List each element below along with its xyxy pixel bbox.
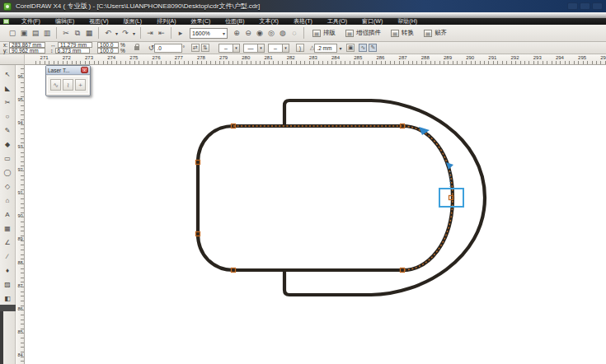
- menu-item[interactable]: 帮助(H): [390, 18, 425, 25]
- scale-y-field[interactable]: 100.0: [97, 48, 119, 54]
- reduce-nodes-toggle[interactable]: ∿: [359, 44, 367, 52]
- object-width-field[interactable]: 11.279 mm: [58, 42, 92, 48]
- elastic-mode-toggle[interactable]: ✎: [369, 44, 377, 52]
- application-launcher-icon[interactable]: ▸: [175, 27, 186, 39]
- dimension-tool[interactable]: ∠: [2, 236, 14, 250]
- basic-shapes-tool[interactable]: ⌂: [2, 194, 14, 208]
- freehand-tool[interactable]: ✎: [2, 124, 14, 138]
- ruler-number: 85: [16, 320, 25, 343]
- menu-item[interactable]: 表格(T): [286, 18, 320, 25]
- menu-bar: 文件(F)编辑(E)视图(V)版面(L)排列(A)效果(C)位图(B)文本(X)…: [0, 18, 606, 25]
- ruler-number: 95: [16, 88, 25, 111]
- mirror-horizontal-button[interactable]: ⇄: [191, 44, 200, 52]
- laser-add-tool[interactable]: +: [75, 79, 86, 91]
- toolbar-separator: [98, 27, 99, 39]
- object-height-field[interactable]: 6.373 mm: [55, 48, 90, 54]
- redo-dropdown-icon[interactable]: ▾: [131, 30, 137, 36]
- outline-pen-tool[interactable]: ♦: [2, 264, 14, 278]
- text-tool[interactable]: A: [2, 208, 14, 222]
- zoom-in-icon[interactable]: ⊕: [231, 27, 242, 39]
- smart-fill-tool[interactable]: ◆: [2, 138, 14, 152]
- palette-close-button[interactable]: x: [81, 67, 88, 73]
- menu-item[interactable]: 编辑(E): [48, 18, 82, 25]
- outline-width-dropdown-icon[interactable]: ▾: [337, 45, 343, 51]
- polygon-tool[interactable]: ◇: [2, 180, 14, 194]
- close-button[interactable]: [592, 2, 603, 10]
- convert-button[interactable]: ▤ 转换: [386, 26, 419, 40]
- interactive-fill-tool[interactable]: ◧: [2, 292, 14, 306]
- ruler-number: 281: [257, 55, 280, 60]
- cut-icon[interactable]: ✂: [60, 27, 72, 39]
- mirror-vertical-button[interactable]: ⇅: [201, 44, 209, 52]
- palette-title-bar[interactable]: Laser T... x: [46, 66, 90, 75]
- enhanced-plugin-button[interactable]: ▤ 增强插件: [341, 26, 386, 40]
- ruler-number: 94: [16, 111, 25, 134]
- ruler-number: 282: [280, 55, 302, 60]
- inner-room-path[interactable]: [198, 126, 453, 270]
- menu-item[interactable]: 文本(X): [252, 18, 286, 25]
- pick-tool[interactable]: ↖: [2, 68, 14, 82]
- ruler-number: 294: [548, 55, 571, 60]
- rectangle-tool[interactable]: ▭: [2, 152, 14, 166]
- paste-icon[interactable]: ▦: [83, 27, 95, 39]
- zoom-level-combo[interactable]: 1600% ▾: [190, 28, 228, 39]
- menu-item[interactable]: 窗口(W): [355, 18, 390, 25]
- drawing-canvas[interactable]: [25, 65, 606, 364]
- menu-item[interactable]: 效果(C): [184, 18, 218, 25]
- ruler-origin-corner[interactable]: [0, 54, 25, 65]
- lock-ratio-icon[interactable]: [134, 46, 139, 50]
- snap-button[interactable]: ▤ 贴齐: [419, 26, 452, 40]
- ellipse-tool[interactable]: ◯: [2, 166, 14, 180]
- x-position-field[interactable]: 283.867 mm: [9, 42, 45, 48]
- vertical-ruler[interactable]: 96959493929190898887868584: [16, 65, 25, 364]
- undo-icon[interactable]: ↶: [102, 27, 114, 39]
- crop-tool[interactable]: ✂: [2, 96, 14, 110]
- zoom-out-icon[interactable]: ⊖: [242, 27, 254, 39]
- width-icon: ↔: [50, 42, 56, 48]
- arrow-end-selector[interactable]: – ▾: [268, 44, 289, 53]
- menu-item[interactable]: 文件(F): [14, 18, 48, 25]
- maximize-button[interactable]: [580, 2, 590, 10]
- window-edge-strip: [0, 311, 3, 364]
- scale-x-field[interactable]: 100.0: [97, 42, 119, 48]
- zoom-selected-icon[interactable]: ◉: [254, 27, 265, 39]
- arrow-start-selector[interactable]: – ▾: [218, 44, 240, 53]
- table-tool[interactable]: ▦: [2, 222, 14, 236]
- laser-curve-tool-2[interactable]: ≀: [63, 79, 73, 91]
- toolbar-button-icon: ▤: [391, 30, 399, 37]
- open-icon[interactable]: ▣: [18, 27, 30, 39]
- print-icon[interactable]: ▥: [41, 27, 53, 39]
- menu-item[interactable]: 工具(O): [320, 18, 355, 25]
- menu-item[interactable]: 版面(L): [116, 18, 150, 25]
- minimize-button[interactable]: [567, 2, 578, 10]
- outer-wall-path[interactable]: [284, 100, 485, 295]
- menu-item[interactable]: 位图(B): [218, 18, 251, 25]
- close-curve-button[interactable]: ): [296, 44, 304, 52]
- import-icon[interactable]: ⇥: [144, 27, 156, 39]
- zoom-all-objects-icon[interactable]: ◎: [265, 27, 277, 39]
- shape-tool[interactable]: ◣: [2, 82, 14, 96]
- rotation-angle-field[interactable]: .0: [154, 44, 182, 53]
- save-icon[interactable]: ▤: [30, 27, 41, 39]
- undo-dropdown-icon[interactable]: ▾: [114, 30, 120, 36]
- fill-tool[interactable]: ▨: [2, 278, 14, 292]
- line-style-selector[interactable]: — ▾: [243, 44, 265, 53]
- copy-icon[interactable]: ⧉: [72, 27, 83, 39]
- new-document-icon[interactable]: ▢: [7, 27, 18, 39]
- laser-curve-tool-1[interactable]: ∿: [50, 79, 61, 91]
- ruler-number: 277: [167, 55, 190, 60]
- zoom-tool[interactable]: ○: [2, 110, 14, 124]
- menu-item[interactable]: 视图(V): [82, 18, 115, 25]
- y-position-field[interactable]: 90.962 mm: [9, 48, 45, 54]
- export-icon[interactable]: ⇤: [156, 27, 167, 39]
- zoom-width-icon[interactable]: ◌: [289, 27, 300, 39]
- typeset-button[interactable]: ▤ 排版: [308, 26, 341, 40]
- horizontal-ruler[interactable]: 2712722732742752762772782792802812822832…: [25, 54, 606, 65]
- redo-icon[interactable]: ↷: [120, 27, 131, 39]
- menu-item[interactable]: 排列(A): [149, 18, 183, 25]
- eyedropper-tool[interactable]: ∕: [2, 250, 14, 264]
- zoom-page-icon[interactable]: ◍: [277, 27, 289, 39]
- outline-width-field[interactable]: .2 mm: [314, 44, 337, 53]
- wrap-text-button[interactable]: ▣: [346, 44, 355, 52]
- laser-tool-palette[interactable]: Laser T... x ∿≀+: [45, 65, 91, 96]
